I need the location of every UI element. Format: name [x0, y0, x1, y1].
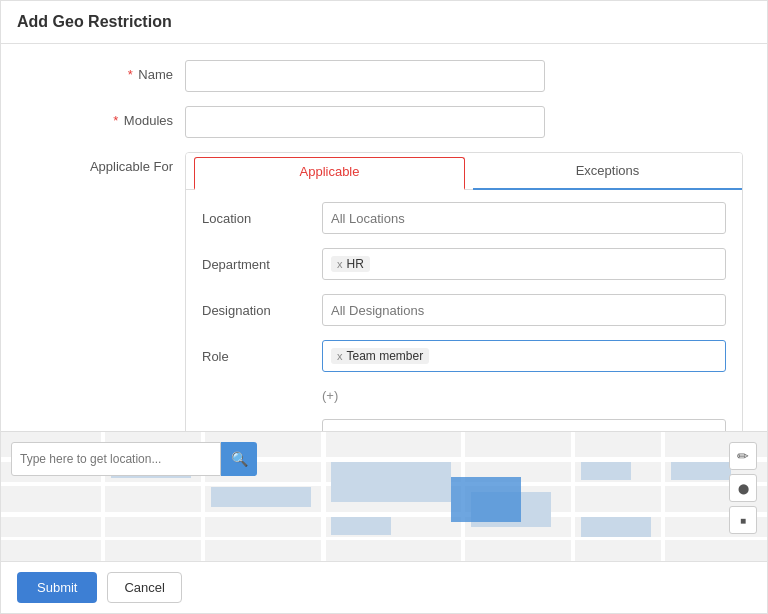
- location-input[interactable]: [322, 202, 726, 234]
- page-header: Add Geo Restriction: [1, 1, 767, 44]
- search-icon: 🔍: [231, 451, 248, 467]
- role-tag-remove[interactable]: x: [337, 350, 343, 362]
- map-search-button[interactable]: 🔍: [221, 442, 257, 476]
- map-tools: ✏ ⬤ ■: [729, 442, 757, 534]
- applicable-for-label: Applicable For: [25, 152, 185, 174]
- add-button[interactable]: (+): [322, 386, 338, 405]
- map-road-v5: [571, 432, 575, 561]
- role-label: Role: [202, 349, 322, 364]
- pencil-icon: ✏: [737, 448, 749, 464]
- role-row: Role x Team member: [202, 340, 726, 372]
- applicable-for-container: Applicable Exceptions Location De: [185, 152, 743, 431]
- map-highlight-1: [451, 477, 521, 522]
- footer: Submit Cancel: [1, 561, 767, 613]
- map-block-8: [671, 462, 731, 480]
- designation-label: Designation: [202, 303, 322, 318]
- modules-input[interactable]: [185, 106, 545, 138]
- applicable-for-row: Applicable For Applicable Exceptions Loc…: [25, 152, 743, 431]
- map-road-4: [1, 537, 767, 540]
- form-area: * Name * Modules Applicable For Applicab…: [1, 44, 767, 431]
- square-icon: ■: [740, 515, 746, 526]
- modules-label: * Modules: [25, 106, 185, 128]
- circle-icon: ⬤: [738, 483, 749, 494]
- department-label: Department: [202, 257, 322, 272]
- location-row: Location: [202, 202, 726, 234]
- map-road-v6: [661, 432, 665, 561]
- role-input[interactable]: x Team member: [322, 340, 726, 372]
- map-circle-button[interactable]: ⬤: [729, 474, 757, 502]
- tab-content-applicable: Location Department x HR: [186, 190, 742, 431]
- map-section: 🔍 ✏ ⬤ ■: [1, 431, 767, 561]
- map-block-2: [211, 487, 311, 507]
- name-required-star: *: [128, 67, 133, 82]
- map-search-bar: 🔍: [11, 442, 257, 476]
- employee-input[interactable]: [322, 419, 726, 431]
- designation-row: Designation: [202, 294, 726, 326]
- modules-required-star: *: [113, 113, 118, 128]
- department-tag-remove[interactable]: x: [337, 258, 343, 270]
- role-tag: x Team member: [331, 348, 429, 364]
- map-block-3: [331, 462, 451, 502]
- name-label: * Name: [25, 60, 185, 82]
- department-tag: x HR: [331, 256, 370, 272]
- map-square-button[interactable]: ■: [729, 506, 757, 534]
- department-row: Department x HR: [202, 248, 726, 280]
- tab-exceptions[interactable]: Exceptions: [473, 153, 742, 190]
- name-input[interactable]: [185, 60, 545, 92]
- modules-row: * Modules: [25, 106, 743, 138]
- location-label: Location: [202, 211, 322, 226]
- designation-input[interactable]: [322, 294, 726, 326]
- tabs-row: Applicable Exceptions: [186, 153, 742, 190]
- submit-button[interactable]: Submit: [17, 572, 97, 603]
- tab-applicable[interactable]: Applicable: [194, 157, 465, 190]
- map-road-v3: [321, 432, 326, 561]
- name-row: * Name: [25, 60, 743, 92]
- employee-row: Employee: [202, 419, 726, 431]
- page-container: Add Geo Restriction * Name * Modules App…: [0, 0, 768, 614]
- page-title: Add Geo Restriction: [17, 13, 172, 30]
- add-row: (+): [202, 386, 726, 405]
- department-input[interactable]: x HR: [322, 248, 726, 280]
- map-search-input[interactable]: [11, 442, 221, 476]
- map-block-7: [581, 462, 631, 480]
- map-block-5: [331, 517, 391, 535]
- cancel-button[interactable]: Cancel: [107, 572, 181, 603]
- map-block-6: [581, 517, 651, 537]
- map-pencil-button[interactable]: ✏: [729, 442, 757, 470]
